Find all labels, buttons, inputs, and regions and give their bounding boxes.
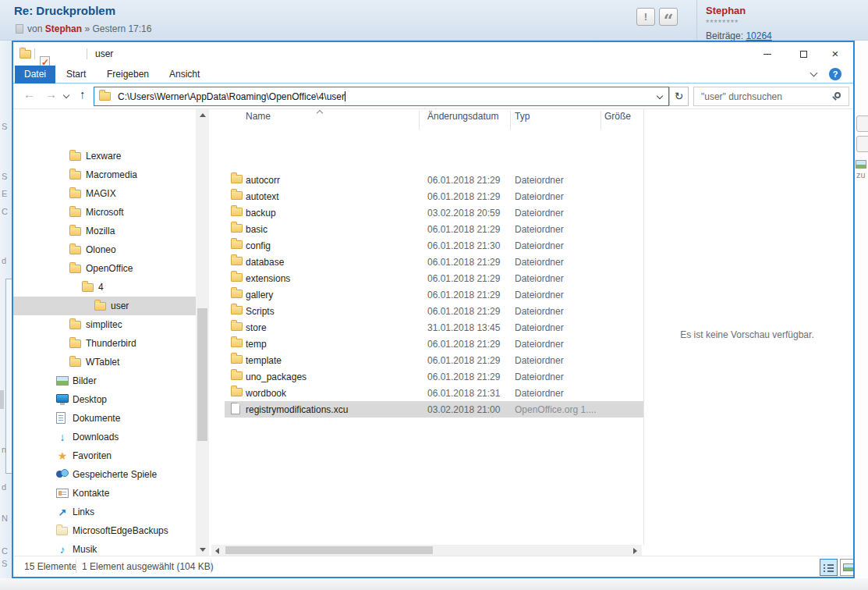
sidebar-item-downloads[interactable]: Downloads bbox=[13, 428, 196, 446]
refresh-icon: ↻ bbox=[675, 90, 684, 102]
star-icon bbox=[56, 450, 69, 462]
file-date: 06.01.2018 21:29 bbox=[427, 191, 500, 202]
sidebar-item-oloneo[interactable]: Oloneo bbox=[13, 240, 196, 259]
preview-unavailable-text: Es ist keine Vorschau verfügbar. bbox=[643, 329, 851, 340]
file-row-wordbook[interactable]: wordbook 06.01.2018 21:31 Dateiordner bbox=[225, 385, 643, 401]
maximize-button[interactable] bbox=[785, 42, 821, 66]
status-selection: 1 Element ausgewählt (104 KB) bbox=[82, 561, 214, 572]
file-row-temp[interactable]: temp 06.01.2018 21:29 Dateiordner bbox=[225, 336, 643, 352]
file-name: autotext bbox=[246, 191, 279, 202]
details-view-button[interactable] bbox=[820, 559, 838, 576]
file-row-autocorr[interactable]: autocorr 06.01.2018 21:29 Dateiordner bbox=[225, 172, 643, 188]
recent-locations-chevron-icon[interactable] bbox=[63, 92, 69, 98]
sidebar-item-gespeicherte-spiele[interactable]: Gespeicherte Spiele bbox=[13, 465, 196, 484]
sidebar-item-4[interactable]: 4 bbox=[13, 278, 196, 297]
thumbnails-view-button[interactable] bbox=[840, 559, 855, 576]
sidebar-item-bilder[interactable]: Bilder bbox=[13, 371, 196, 390]
minimize-ribbon-chevron-icon[interactable] bbox=[810, 69, 818, 77]
sidebar-item-wtablet[interactable]: WTablet bbox=[13, 353, 196, 371]
forum-text-fragment: E bbox=[2, 189, 7, 198]
post-author-link[interactable]: Stephan bbox=[45, 23, 82, 34]
file-row-database[interactable]: database 06.01.2018 21:29 Dateiordner bbox=[225, 254, 643, 270]
sidebar-item-dokumente[interactable]: Dokumente bbox=[13, 409, 196, 428]
forward-icon[interactable]: → bbox=[45, 87, 57, 101]
file-row-scripts[interactable]: Scripts 06.01.2018 21:29 Dateiordner bbox=[225, 303, 643, 319]
tab-freigeben[interactable]: Freigeben bbox=[107, 66, 149, 84]
file-row-store[interactable]: store 31.01.2018 13:45 Dateiordner bbox=[225, 319, 643, 336]
report-post-button[interactable]: ! bbox=[636, 8, 655, 26]
forum-bottom-strip bbox=[0, 578, 868, 590]
sidebar-item-favoriten[interactable]: Favoriten bbox=[13, 446, 196, 465]
file-row-backup[interactable]: backup 03.02.2018 20:59 Dateiordner bbox=[225, 204, 643, 221]
file-row-uno-packages[interactable]: uno_packages 06.01.2018 21:29 Dateiordne… bbox=[225, 368, 643, 385]
search-input[interactable]: "user" durchsuchen bbox=[693, 87, 849, 106]
sidebar-item-macromedia[interactable]: Macromedia bbox=[13, 165, 196, 184]
file-row-autotext[interactable]: autotext 06.01.2018 21:29 Dateiordner bbox=[225, 188, 643, 204]
quote-post-button[interactable]: “ bbox=[659, 8, 678, 26]
file-name: Scripts bbox=[246, 306, 275, 317]
column-header-name[interactable]: Name bbox=[246, 111, 271, 122]
file-name: template bbox=[246, 355, 282, 366]
file-name: extensions bbox=[246, 273, 290, 284]
file-row-gallery[interactable]: gallery 06.01.2018 21:29 Dateiordner bbox=[225, 286, 643, 303]
tree-scrollbar-thumb[interactable] bbox=[197, 308, 207, 441]
tab-ansicht[interactable]: Ansicht bbox=[169, 66, 200, 84]
scroll-right-icon[interactable] bbox=[633, 548, 637, 554]
file-row-basic[interactable]: basic 06.01.2018 21:29 Dateiordner bbox=[225, 221, 643, 237]
sidebar-item-openoffice[interactable]: OpenOffice bbox=[13, 259, 196, 278]
folder-icon bbox=[231, 175, 243, 183]
close-icon: × bbox=[832, 50, 839, 58]
scroll-up-icon[interactable] bbox=[200, 113, 206, 117]
refresh-button[interactable]: ↻ bbox=[669, 87, 689, 106]
column-separator[interactable] bbox=[601, 111, 601, 130]
sidebar-item-lexware[interactable]: Lexware bbox=[13, 147, 196, 165]
sidebar-item-simplitec[interactable]: simplitec bbox=[13, 315, 196, 334]
pictures-icon bbox=[56, 376, 69, 386]
sidebar-item-mozilla[interactable]: Mozilla bbox=[13, 222, 196, 240]
address-path[interactable]: C:\Users\Werner\AppData\Roaming\OpenOffi… bbox=[118, 91, 345, 102]
sidebar-item-links[interactable]: Links bbox=[13, 503, 196, 521]
qat-separator bbox=[34, 48, 35, 59]
help-icon[interactable]: ? bbox=[829, 68, 841, 80]
scroll-left-icon[interactable] bbox=[215, 548, 219, 554]
folder-icon bbox=[69, 321, 81, 329]
forum-text-fragment: n bbox=[2, 445, 6, 454]
user-panel-name[interactable]: Stephan bbox=[706, 5, 746, 16]
minimize-button[interactable] bbox=[749, 42, 785, 66]
up-icon[interactable]: ↑ bbox=[80, 87, 86, 101]
sidebar-item-magix[interactable]: MAGIX bbox=[13, 184, 196, 203]
search-placeholder: "user" durchsuchen bbox=[701, 91, 782, 102]
close-button[interactable]: × bbox=[817, 42, 853, 66]
column-header-date[interactable]: Änderungsdatum bbox=[427, 111, 498, 122]
scroll-down-icon[interactable] bbox=[200, 548, 206, 552]
file-row-extensions[interactable]: extensions 06.01.2018 21:29 Dateiordner bbox=[225, 270, 643, 286]
file-row-registrymodifications-xcu[interactable]: registrymodifications.xcu 03.02.2018 21:… bbox=[225, 401, 643, 418]
sidebar-item-kontakte[interactable]: Kontakte bbox=[13, 484, 196, 503]
address-dropdown-chevron-icon[interactable] bbox=[657, 93, 663, 99]
column-separator[interactable] bbox=[419, 111, 420, 130]
list-horizontal-scrollbar-thumb[interactable] bbox=[225, 546, 433, 554]
address-bar-input[interactable]: C:\Users\Werner\AppData\Roaming\OpenOffi… bbox=[94, 87, 669, 106]
column-separator[interactable] bbox=[510, 111, 511, 130]
column-header-size[interactable]: Größe bbox=[604, 111, 631, 122]
file-row-template[interactable]: template 06.01.2018 21:29 Dateiordner bbox=[225, 352, 643, 368]
posts-count-link[interactable]: 10264 bbox=[746, 30, 771, 41]
file-type: Dateiordner bbox=[515, 240, 564, 251]
sidebar-item-user[interactable]: user bbox=[13, 297, 196, 315]
column-header-type[interactable]: Typ bbox=[515, 111, 530, 122]
back-icon[interactable]: ← bbox=[23, 87, 35, 101]
file-type: Dateiordner bbox=[515, 224, 564, 235]
sidebar-item-desktop[interactable]: Desktop bbox=[13, 390, 196, 409]
sidebar-item-microsoftedgebackups[interactable]: MicrosoftEdgeBackups bbox=[13, 521, 196, 540]
tab-datei[interactable]: Datei bbox=[15, 66, 55, 84]
file-row-config[interactable]: config 06.01.2018 21:30 Dateiordner bbox=[225, 237, 643, 254]
file-name: basic bbox=[246, 224, 267, 235]
tab-start[interactable]: Start bbox=[66, 66, 86, 84]
sidebar-item-thunderbird[interactable]: Thunderbird bbox=[13, 334, 196, 353]
file-type: Dateiordner bbox=[515, 355, 564, 366]
sidebar-item-microsoft[interactable]: Microsoft bbox=[13, 203, 196, 222]
file-name: autocorr bbox=[246, 175, 280, 186]
file-type: Dateiordner bbox=[515, 290, 564, 300]
sidebar-item-suchvorgänge[interactable]: Suchvorgänge bbox=[13, 578, 196, 578]
post-meta-prefix: von bbox=[27, 23, 42, 34]
